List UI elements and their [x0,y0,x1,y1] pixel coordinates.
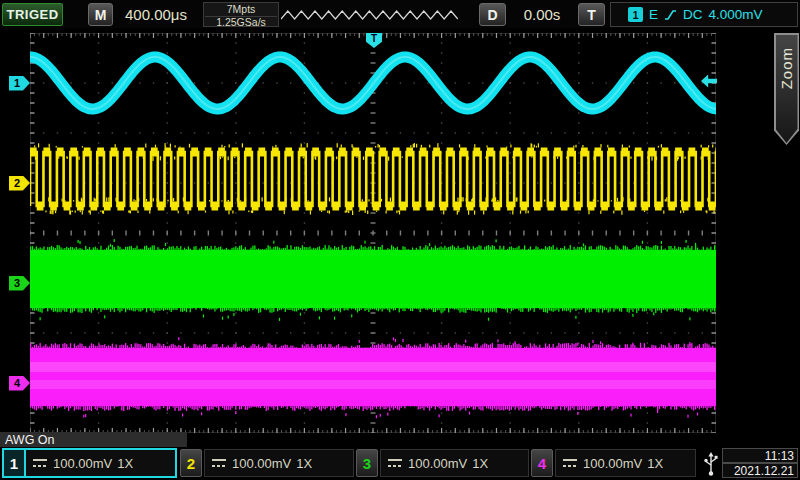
channel1-scale: 100.00mV [53,456,112,471]
rising-edge-icon [664,8,677,22]
zoom-tab[interactable]: Zoom [774,33,799,145]
channel3-scale: 100.00mV [408,456,467,471]
top-status-bar: TRIGED M 400.00μs 7Mpts 1.25GSa/s D 0.00… [0,0,800,28]
ch1-zero-marker[interactable]: 1 [9,76,30,91]
channel3-number-button[interactable]: 3 [356,449,378,477]
delay-menu-button[interactable]: D [479,3,506,26]
oscilloscope-screen: TRIGED M 400.00μs 7Mpts 1.25GSa/s D 0.00… [0,0,800,480]
zoom-tab-face: Zoom [776,35,798,144]
zoom-tab-label: Zoom [778,47,795,89]
dc-coupling-icon [212,459,227,468]
clock-date: 2021.12.21 [722,463,798,478]
channel2-scale: 100.00mV [232,456,291,471]
channel1-status-group[interactable]: 1 100.00mV 1X [2,448,177,478]
dc-coupling-icon [33,459,48,468]
ch2-zero-marker[interactable]: 2 [9,176,30,191]
horizontal-offset-value: 0.00s [506,3,578,26]
ch3-zero-marker[interactable]: 3 [9,276,30,291]
channel2-probe: 1X [296,456,312,471]
channel4-status-group[interactable]: 100.00mV 1X [555,449,696,477]
channel2-number-button[interactable]: 2 [180,449,202,477]
ch4-zero-marker[interactable]: 4 [9,376,30,391]
sample-rate: 1.25GSa/s [204,17,278,29]
timebase-value: 400.00μs [110,3,202,26]
usb-icon [700,449,721,478]
channel3-status-group[interactable]: 100.00mV 1X [380,449,529,477]
trigger-level-value: 4.000mV [709,7,763,22]
trigger-type-label: E [649,7,658,22]
waveform-display [30,33,716,433]
memory-depth: 7Mpts [204,4,278,16]
channel4-number-button[interactable]: 4 [531,449,553,477]
acquisition-info: 7Mpts 1.25GSa/s [203,2,279,27]
channel4-scale: 100.00mV [583,456,642,471]
channel4-probe: 1X [647,456,663,471]
trigger-menu-button[interactable]: T [578,3,605,26]
awg-status-tab: AWG On [0,432,187,447]
channel2-status-group[interactable]: 100.00mV 1X [204,449,354,477]
channel3-probe: 1X [472,456,488,471]
trigger-coupling-label: DC [683,7,703,22]
trigger-source-badge: 1 [628,7,643,22]
channel1-number-button[interactable]: 1 [4,450,26,476]
channel1-probe: 1X [117,456,133,471]
dc-coupling-icon [388,459,403,468]
trigger-status-badge: TRIGED [2,3,63,26]
clock-time: 11:13 [722,448,798,463]
trigger-info-box: 1 E DC 4.000mV [610,2,798,27]
waveform-preview-icon [281,2,458,27]
channel1-settings: 100.00mV 1X [26,450,133,476]
dc-coupling-icon [563,459,578,468]
